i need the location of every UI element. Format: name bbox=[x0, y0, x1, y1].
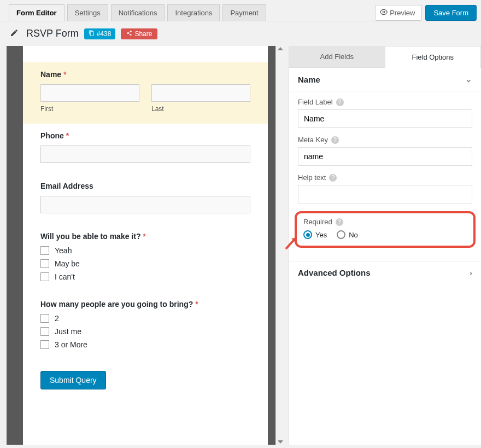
help-icon[interactable]: ? bbox=[336, 98, 344, 106]
section-name-header[interactable]: Name ⌄ bbox=[289, 68, 481, 91]
group-meta-key: Meta Key ? bbox=[298, 136, 472, 166]
field-email[interactable]: Email Address bbox=[23, 174, 268, 224]
radio-icon bbox=[337, 230, 345, 239]
form-id-badge[interactable]: #438 bbox=[84, 28, 116, 39]
advanced-options-header[interactable]: Advanced Options › bbox=[289, 261, 481, 284]
field-label-input[interactable] bbox=[298, 109, 472, 128]
phone-input[interactable] bbox=[40, 146, 250, 163]
required-radio-group: Yes No bbox=[303, 230, 467, 239]
eye-icon bbox=[380, 8, 388, 18]
canvas-panel: Name * First Last bbox=[0, 46, 289, 445]
top-actions: Preview Save Form bbox=[375, 5, 477, 21]
section-name-label: Name bbox=[298, 75, 320, 84]
share-icon bbox=[126, 30, 132, 38]
top-bar: Form Editor Settings Notifications Integ… bbox=[0, 0, 481, 21]
field-name-label: Name * bbox=[40, 70, 250, 79]
main-tabs: Form Editor Settings Notifications Integ… bbox=[9, 4, 266, 21]
email-input[interactable] bbox=[40, 196, 250, 213]
required-highlight: Required ? Yes No bbox=[295, 211, 476, 248]
svg-point-1 bbox=[130, 30, 132, 32]
svg-point-0 bbox=[383, 11, 385, 13]
required-asterisk: * bbox=[63, 70, 66, 79]
required-no[interactable]: No bbox=[337, 230, 358, 239]
checkbox-icon bbox=[40, 272, 49, 281]
attend-option[interactable]: Yeah bbox=[40, 246, 250, 255]
field-people[interactable]: How many people are you going to bring? … bbox=[23, 292, 268, 360]
field-name[interactable]: Name * First Last bbox=[23, 62, 268, 124]
form-title[interactable]: RSVP Form bbox=[26, 28, 79, 39]
help-icon[interactable]: ? bbox=[336, 218, 343, 226]
chevron-right-icon: › bbox=[470, 268, 472, 277]
first-name-input[interactable] bbox=[40, 84, 139, 102]
share-label: Share bbox=[134, 30, 152, 38]
save-button[interactable]: Save Form bbox=[425, 5, 477, 21]
field-people-label: How many people are you going to bring? … bbox=[40, 300, 250, 309]
field-label-label: Field Label ? bbox=[298, 98, 472, 106]
tab-field-options[interactable]: Field Options bbox=[385, 46, 482, 68]
preview-label: Preview bbox=[390, 9, 415, 17]
last-sublabel: Last bbox=[151, 105, 250, 113]
svg-point-3 bbox=[130, 34, 132, 36]
tab-payment[interactable]: Payment bbox=[222, 4, 266, 21]
scrollbar[interactable] bbox=[275, 46, 284, 445]
attend-option[interactable]: May be bbox=[40, 259, 250, 268]
arrow-annotation-icon bbox=[285, 234, 301, 250]
radio-icon bbox=[303, 230, 312, 239]
required-asterisk: * bbox=[143, 232, 145, 241]
meta-key-label: Meta Key ? bbox=[298, 136, 472, 144]
people-option[interactable]: 2 bbox=[40, 314, 250, 323]
main-area: Name * First Last bbox=[0, 46, 481, 445]
copy-icon bbox=[89, 30, 95, 38]
form-canvas: Name * First Last bbox=[23, 46, 268, 445]
group-help-text: Help text ? bbox=[298, 173, 472, 203]
help-text-input[interactable] bbox=[298, 185, 472, 203]
last-name-input[interactable] bbox=[151, 84, 250, 102]
field-phone[interactable]: Phone * bbox=[23, 124, 268, 174]
preview-button[interactable]: Preview bbox=[375, 5, 422, 21]
sub-bar: RSVP Form #438 Share bbox=[0, 21, 481, 46]
people-option[interactable]: Just me bbox=[40, 327, 250, 336]
checkbox-icon bbox=[40, 259, 49, 268]
checkbox-icon bbox=[40, 314, 49, 323]
checkbox-icon bbox=[40, 340, 49, 349]
sidebar-panel: Add Fields Field Options Name ⌄ Field La… bbox=[289, 46, 481, 445]
field-phone-label: Phone * bbox=[40, 131, 250, 140]
required-yes[interactable]: Yes bbox=[303, 230, 327, 239]
share-button[interactable]: Share bbox=[121, 28, 157, 39]
pencil-icon bbox=[10, 28, 19, 39]
required-asterisk: * bbox=[66, 131, 69, 140]
tab-integrations[interactable]: Integrations bbox=[167, 4, 220, 21]
field-email-label: Email Address bbox=[40, 182, 250, 190]
advanced-options-label: Advanced Options bbox=[298, 268, 371, 277]
group-field-label: Field Label ? bbox=[298, 98, 472, 128]
svg-point-2 bbox=[127, 32, 129, 34]
canvas-wrap: Name * First Last bbox=[7, 46, 284, 445]
first-sublabel: First bbox=[40, 105, 139, 113]
required-label: Required ? bbox=[303, 218, 467, 226]
tab-notifications[interactable]: Notifications bbox=[111, 4, 165, 21]
people-option[interactable]: 3 or More bbox=[40, 340, 250, 349]
help-icon[interactable]: ? bbox=[329, 174, 337, 182]
checkbox-icon bbox=[40, 246, 49, 255]
sidebar-body: Field Label ? Meta Key ? Help text ? bbox=[289, 91, 481, 261]
tab-form-editor[interactable]: Form Editor bbox=[9, 4, 64, 21]
tab-add-fields[interactable]: Add Fields bbox=[289, 46, 385, 68]
submit-button[interactable]: Submit Query bbox=[40, 371, 106, 389]
tab-settings[interactable]: Settings bbox=[67, 4, 108, 21]
sidebar-tabs: Add Fields Field Options bbox=[289, 46, 481, 68]
chevron-down-icon: ⌄ bbox=[465, 74, 472, 84]
field-attend[interactable]: Will you be able to make it? * Yeah May … bbox=[23, 224, 268, 292]
meta-key-input[interactable] bbox=[298, 147, 472, 166]
checkbox-icon bbox=[40, 327, 49, 336]
attend-option[interactable]: I can't bbox=[40, 272, 250, 281]
form-id-text: #438 bbox=[97, 30, 112, 38]
required-asterisk: * bbox=[195, 300, 198, 309]
help-icon[interactable]: ? bbox=[331, 136, 339, 144]
help-text-label: Help text ? bbox=[298, 173, 472, 182]
field-attend-label: Will you be able to make it? * bbox=[40, 232, 250, 241]
